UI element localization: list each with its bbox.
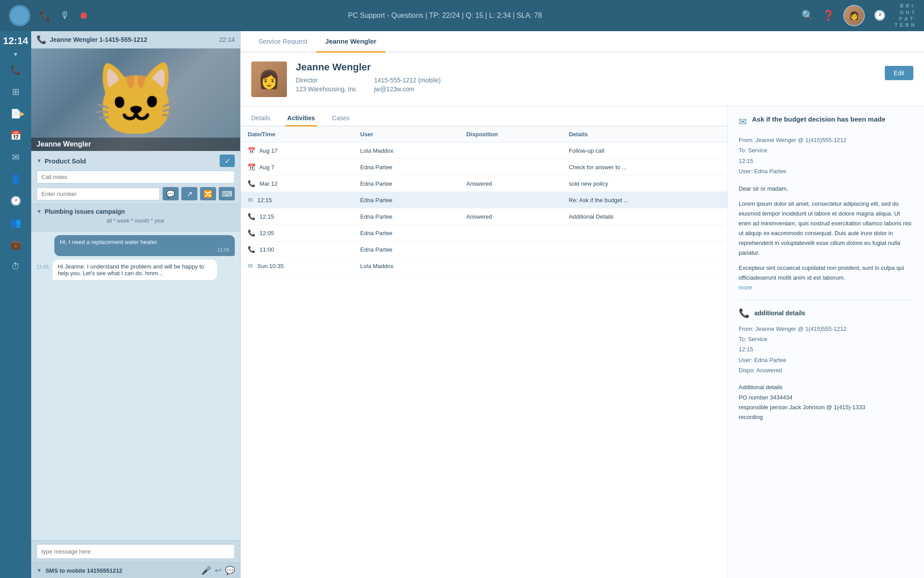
sidebar-item-email[interactable]: ✉ [4, 147, 27, 167]
detail-divider [739, 300, 913, 301]
sidebar-item-history[interactable]: 🕐 [4, 191, 27, 211]
table-row[interactable]: 📞 12:05 Edna Partee [241, 225, 728, 241]
chat-button[interactable]: 💬 [163, 187, 179, 200]
sidebar-item-contacts[interactable]: 👤 [4, 169, 27, 189]
enter-number-input[interactable] [37, 187, 160, 200]
sidebar-item-calendar[interactable]: 📅 [4, 126, 27, 145]
chat-message-incoming: Hi Jeanne. I understand the problem and … [53, 260, 217, 280]
left-panel: 📞 Jeanne Wengler 1-1415-555-1212 22:14 🐱… [31, 31, 241, 578]
activities-area: Details Activities Cases Date/Time User … [241, 106, 924, 578]
clock-icon[interactable]: 🕐 [874, 10, 886, 21]
sms-reply-icon[interactable]: ↩ [215, 566, 221, 575]
tab-details[interactable]: Details [249, 111, 272, 126]
chat-message-incoming-wrapper: 11:05 Hi Jeanne. I understand the proble… [37, 260, 235, 284]
table-cell-disposition [459, 258, 562, 274]
pages-icon: 📄 [10, 108, 21, 119]
sidebar-item-cases[interactable]: 💼 [4, 235, 27, 254]
topbar: 📞 🎙 ⏺ PC Support - Questions | TP: 22/24… [0, 0, 924, 31]
chat-area: HI, I need a replacement water heater. 1… [31, 232, 240, 540]
table-cell-disposition [459, 192, 562, 208]
sidebar-item-supervisor[interactable]: 👥 [4, 213, 27, 232]
contact-phone: 1415-555-1212 (mobile) [374, 77, 441, 84]
sidebar-item-pages[interactable]: 📄 ▶ [4, 104, 27, 123]
cases-icon: 💼 [10, 239, 21, 250]
col-datetime: Date/Time [241, 126, 353, 142]
table-row[interactable]: 📅 Aug 17 Lola Maddox Follow-up call [241, 142, 728, 159]
tab-cases[interactable]: Cases [330, 111, 352, 126]
sidebar-item-phone[interactable]: 📞 [4, 60, 27, 80]
main-tabs: Service Request Jeanne Wengler [241, 31, 924, 53]
contact-email: jw@123w.com [374, 85, 441, 93]
tab-service-request[interactable]: Service Request [249, 31, 316, 53]
table-cell-disposition [459, 241, 562, 258]
phone-icon[interactable]: 📞 [39, 10, 51, 21]
mute-icon[interactable]: 🎙 [60, 10, 70, 21]
detail-email-icon: ✉ [739, 116, 747, 128]
contact-image: 🐱 Jeanne Wengler [31, 49, 240, 151]
table-cell-user: Edna Partee [353, 159, 459, 175]
record-icon[interactable]: ⏺ [79, 10, 89, 21]
detail-email-header: ✉ Ask if the budget decision has been ma… [739, 115, 913, 128]
search-icon[interactable]: 🔍 [801, 10, 814, 21]
sidebar-item-dashboard[interactable]: ⏱ [4, 256, 27, 276]
dashboard-icon: ⏱ [11, 261, 20, 272]
contact-company: 123 Warehousing, Inc [296, 85, 356, 93]
table-row[interactable]: 📞 Mar 12 Edna Partee Answered sold new p… [241, 175, 728, 192]
sms-chat-icon[interactable]: 💬 [225, 566, 235, 575]
email-icon: ✉ [12, 152, 20, 163]
table-cell-details: Follow-up call [562, 142, 728, 159]
detail-email-body2: Excepteur sint occaecat cupidatat non pr… [739, 263, 913, 293]
campaign-filter[interactable]: all * week * month * year [37, 218, 235, 224]
sidebar-chevron[interactable]: ▼ [12, 51, 19, 58]
table-cell-user: Edna Partee [353, 192, 459, 208]
conference-button[interactable]: 🔀 [200, 187, 216, 200]
help-icon[interactable]: ❓ [822, 10, 834, 21]
table-row[interactable]: 📞 11:00 Edna Partee [241, 241, 728, 258]
table-row[interactable]: ✉ 12:15 Edna Partee Re: Ask if the budge… [241, 192, 728, 208]
detail-more-link[interactable]: more [739, 284, 752, 291]
activities-left: Details Activities Cases Date/Time User … [241, 106, 728, 578]
table-cell-user: Lola Maddox [353, 258, 459, 274]
chat-input[interactable] [37, 544, 235, 559]
chat-message-meta: 11:05 [37, 260, 49, 282]
chat-message-text: HI, I need a replacement water heater. [60, 239, 229, 245]
tab-activities[interactable]: Activities [286, 111, 317, 126]
edit-button[interactable]: Edit [885, 66, 913, 80]
avatar[interactable]: 👩 [843, 5, 865, 26]
sms-arrow[interactable]: ▼ [37, 567, 42, 574]
table-cell-disposition [459, 142, 562, 159]
table-cell-date: 📅 Aug 17 [241, 142, 353, 159]
table-cell-disposition [459, 225, 562, 241]
activities-table: Date/Time User Disposition Details 📅 Aug… [241, 126, 728, 274]
activities-tabs: Details Activities Cases [241, 106, 728, 126]
table-row[interactable]: 📆 Aug 7 Edna Partee Check for answer to … [241, 159, 728, 175]
dialpad-button[interactable]: ⌨ [219, 187, 235, 200]
tab-jeanne-wengler[interactable]: Jeanne Wengler [316, 31, 385, 53]
table-cell-disposition: Answered [459, 175, 562, 192]
sidebar-item-grid[interactable]: ⊞ [4, 82, 27, 102]
contact-title: Director [296, 77, 356, 84]
table-cell-date: 📆 Aug 7 [241, 159, 353, 175]
campaign-arrow[interactable]: ▼ [37, 208, 42, 215]
detail-email-meta: From: Jeanne Wenger @ 1(415)555-1212 To:… [739, 135, 913, 177]
chat-message-incoming-text: Hi Jeanne. I understand the problem and … [58, 263, 212, 277]
detail-additional-header: 📞 additional details [739, 308, 913, 318]
product-sold-arrow[interactable]: ▼ [37, 158, 42, 164]
campaign-section: ▼ Plumbing issues campaign all * week * … [31, 204, 240, 232]
table-cell-details: Re: Ask if the budget ... [562, 192, 728, 208]
contact-name-overlay: Jeanne Wengler [31, 138, 240, 151]
table-row[interactable]: ✉ Sun 10:35 Lola Maddox [241, 258, 728, 274]
table-row[interactable]: 📞 12:15 Edna Partee Answered Additional … [241, 208, 728, 225]
call-notes-input[interactable] [37, 171, 235, 183]
product-sold-check-button[interactable]: ✓ [220, 155, 235, 167]
app-logo[interactable] [9, 5, 30, 26]
sms-attach-icon[interactable]: 🎤 [201, 566, 211, 575]
table-cell-disposition [459, 159, 562, 175]
transfer-button[interactable]: ↗ [181, 187, 197, 200]
table-cell-details [562, 225, 728, 241]
detail-additional-meta: From: Jeanne Wenger @ 1(415)555-1212 To:… [739, 324, 913, 376]
table-cell-details [562, 258, 728, 274]
right-panel: Service Request Jeanne Wengler 👩 Jeanne … [241, 31, 924, 578]
contact-details: Jeanne Wengler Director 123 Warehousing,… [296, 61, 876, 93]
contacts-icon: 👤 [10, 174, 21, 184]
